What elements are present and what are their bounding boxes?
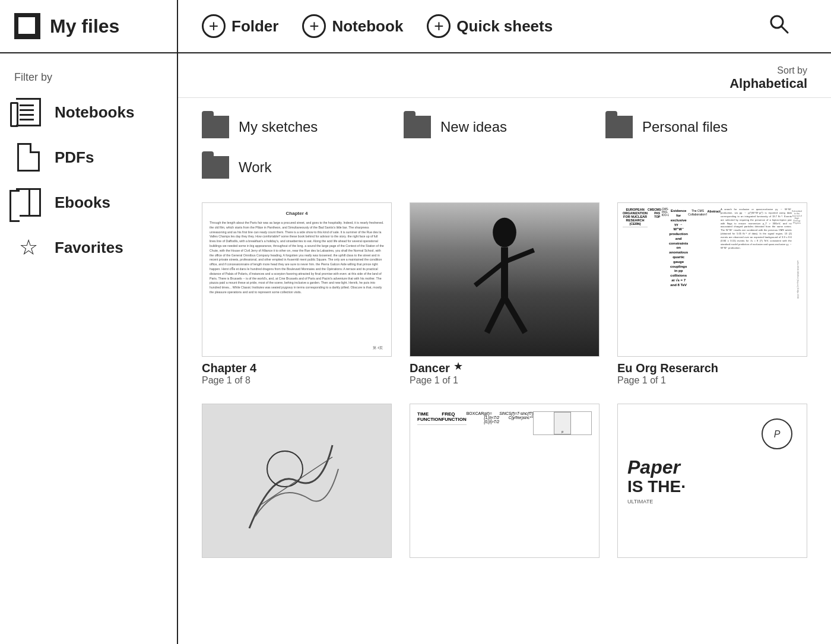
folder-name: Personal files — [642, 119, 728, 135]
svg-point-3 — [493, 218, 516, 248]
file-card-paper[interactable]: Paper IS THE· ULTIMATE P — [617, 404, 807, 563]
sort-label: Sort by — [729, 65, 807, 76]
pdf-icon — [14, 143, 43, 172]
notebook-label: Notebook — [332, 17, 403, 36]
formula-row1: g(t)= {1,|t|<T/2 {0,|t|>T/2 SINC S(f)=T·… — [484, 411, 533, 424]
filter-label: Filter by — [14, 71, 163, 84]
folder-personal-files[interactable]: Personal files — [605, 116, 772, 138]
notebook-icon — [14, 98, 43, 126]
quicksheets-label: Quick sheets — [456, 17, 553, 36]
plus-icon: + — [302, 14, 326, 38]
file-page: Page 1 of 1 — [617, 375, 807, 386]
cern-doc-id: CMS-PAS-ⅠΟΟ-1 — [662, 208, 669, 217]
svg-line-6 — [505, 250, 534, 262]
files-grid: Chapter 4 Through the length about the P… — [178, 196, 831, 580]
paper-is-text: IS THE· — [627, 478, 686, 496]
favorites-label: Favorites — [55, 239, 123, 257]
main-layout: Filter by Notebooks PDFs Ebook — [0, 53, 831, 644]
folder-label: Folder — [231, 17, 278, 36]
notebooks-label: Notebooks — [55, 103, 134, 122]
file-name: Chapter 4 — [202, 361, 392, 375]
abstract-svg — [237, 421, 356, 540]
folder-work[interactable]: Work — [202, 156, 368, 179]
file-thumbnail: TIME FUNCTION FREQ FUNCTION BOXCAR g(t)=… — [410, 404, 600, 558]
folder-name: New ideas — [440, 119, 507, 135]
file-page: Page 1 of 1 — [410, 375, 600, 386]
add-notebook-button[interactable]: + Notebook — [302, 14, 403, 38]
file-name: Dancer — [410, 361, 450, 375]
paper-big-text: Paper — [627, 457, 680, 478]
header: My files + Folder + Notebook + Quick she… — [0, 0, 831, 53]
sidebar-item-pdfs[interactable]: PDFs — [14, 143, 163, 172]
file-thumbnail — [202, 404, 392, 558]
star-icon: ☆ — [14, 233, 43, 262]
search-button[interactable] — [768, 13, 807, 39]
svg-point-9 — [267, 451, 303, 487]
formula-header: TIME FUNCTION FREQ FUNCTION — [417, 411, 467, 425]
plus-icon: + — [202, 14, 226, 38]
file-name-row: Dancer ★ — [410, 357, 600, 375]
ebooks-label: Ebooks — [55, 193, 110, 212]
file-thumbnail: EUROPEAN ORGANIZATION FOR NUCLEAR RESEAR… — [617, 202, 807, 357]
boxcar-label: BOXCAR — [467, 411, 484, 415]
pdfs-label: PDFs — [55, 148, 94, 167]
folder-name: Work — [239, 159, 272, 176]
svg-line-7 — [487, 297, 505, 333]
folders-section: My sketches New ideas Personal files Wor… — [178, 98, 831, 196]
cern-collab: The CMS Collaboration† — [688, 209, 707, 216]
plus-icon: + — [427, 14, 451, 38]
folder-new-ideas[interactable]: New ideas — [404, 116, 570, 138]
svg-line-5 — [475, 262, 505, 285]
sidebar-item-favorites[interactable]: ☆ Favorites — [14, 233, 163, 262]
paper-logo-svg: P — [759, 416, 795, 452]
paper-sub: ULTIMATE — [627, 499, 653, 505]
ebook-icon — [14, 188, 43, 217]
page-number-thumb: 第 4页 — [373, 346, 383, 350]
file-thumbnail — [410, 202, 600, 357]
cern-logos: CMS CMS-PAS TOP — [648, 208, 662, 218]
folder-my-sketches[interactable]: My sketches — [202, 116, 368, 138]
svg-line-8 — [505, 297, 525, 333]
file-page: Page 1 of 8 — [202, 375, 392, 386]
cern-org-header: EUROPEAN ORGANIZATION FOR NUCLEAR RESEAR… — [623, 208, 648, 227]
file-card-abstract[interactable] — [202, 404, 392, 563]
folder-icon — [202, 116, 229, 138]
add-folder-button[interactable]: + Folder — [202, 14, 278, 38]
folder-icon — [404, 116, 431, 138]
favorite-star: ★ — [453, 360, 463, 373]
sidebar-item-notebooks[interactable]: Notebooks — [14, 98, 163, 126]
sidebar: Filter by Notebooks PDFs Ebook — [0, 53, 178, 644]
folder-icon — [605, 116, 633, 138]
file-name: Eu Org Reserarch — [617, 361, 807, 375]
formula-diagram: p — [533, 411, 592, 435]
folder-name: My sketches — [239, 119, 318, 135]
file-card-chapter4[interactable]: Chapter 4 Through the length about the P… — [202, 202, 392, 386]
folder-icon — [202, 156, 229, 179]
sidebar-item-ebooks[interactable]: Ebooks — [14, 188, 163, 217]
svg-line-1 — [781, 26, 788, 33]
dancer-svg — [410, 203, 599, 356]
add-quicksheets-button[interactable]: + Quick sheets — [427, 14, 553, 38]
sort-value: Alphabetical — [729, 76, 807, 91]
app-logo — [14, 13, 40, 39]
cern-abstract: A search for exclusive or quasi-exclusiv… — [721, 208, 792, 250]
file-card-formula[interactable]: TIME FUNCTION FREQ FUNCTION BOXCAR g(t)=… — [410, 404, 600, 563]
file-card-cern[interactable]: EUROPEAN ORGANIZATION FOR NUCLEAR RESEAR… — [617, 202, 807, 386]
file-thumbnail: Chapter 4 Through the length about the P… — [202, 202, 392, 357]
file-card-dancer[interactable]: Dancer ★ Page 1 of 1 — [410, 202, 600, 386]
header-left: My files — [0, 0, 178, 52]
svg-text:P: P — [774, 429, 781, 439]
content-area: Sort by Alphabetical My sketches New ide… — [178, 53, 831, 644]
cern-abstract-label: Abstract — [708, 210, 721, 213]
cern-title: Evidence for exclusive γγ → W⁺W⁻ product… — [669, 209, 688, 288]
header-title: My files — [50, 15, 119, 37]
header-actions: + Folder + Notebook + Quick sheets — [178, 13, 831, 39]
sort-bar: Sort by Alphabetical — [178, 53, 831, 98]
cern-submitted: Submitted to the Journal of High Energy … — [792, 210, 802, 224]
file-thumbnail: Paper IS THE· ULTIMATE P — [617, 404, 807, 558]
cern-sidebar-date: arXiv:1604.04040v1 [hep-ex] 15 Apr 2016 — [797, 261, 800, 299]
